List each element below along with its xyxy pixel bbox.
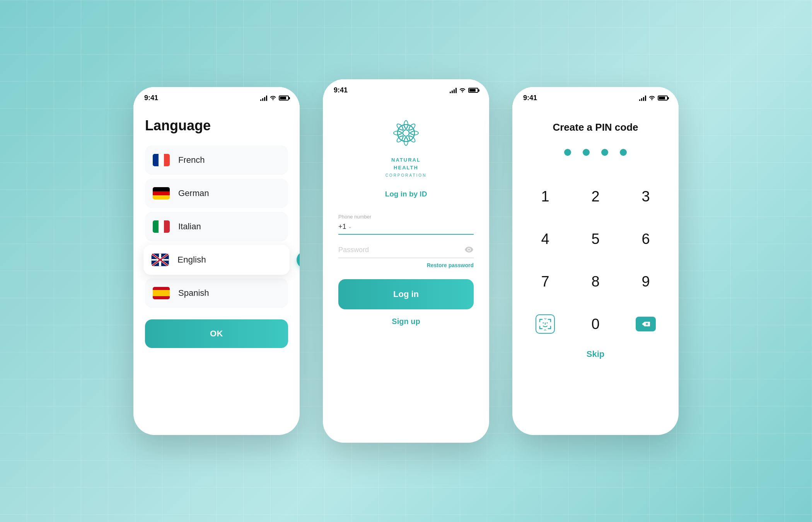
phone-input-row: +1 ⌄ — [338, 223, 474, 235]
signal-icon-3 — [639, 96, 646, 101]
check-icon — [297, 252, 300, 268]
num-btn-5[interactable]: 5 — [574, 222, 617, 256]
num-btn-4[interactable]: 4 — [524, 222, 566, 256]
wifi-icon-2 — [459, 87, 466, 94]
lang-item-french[interactable]: French — [145, 145, 288, 175]
lang-name-english: English — [177, 255, 281, 265]
signal-icon-2 — [450, 88, 457, 93]
pin-dots — [564, 149, 627, 156]
wifi-icon-3 — [648, 95, 655, 101]
status-bar-3: 9:41 — [512, 87, 679, 106]
language-title: Language — [145, 118, 288, 134]
logo-text: NATURAL HEALTH CORPORATION — [386, 156, 427, 179]
pin-title: Create a PIN code — [553, 121, 638, 133]
signup-link[interactable]: Sign up — [392, 317, 420, 326]
lang-item-german[interactable]: German — [145, 179, 288, 208]
chevron-down-icon: ⌄ — [348, 224, 352, 229]
phone-language: 9:41 Language — [133, 87, 300, 435]
lang-name-german: German — [178, 188, 280, 198]
logo-container: NATURAL HEALTH CORPORATION — [386, 114, 427, 179]
face-id-button[interactable] — [524, 307, 566, 341]
ok-button[interactable]: OK — [145, 319, 288, 348]
lang-item-english[interactable]: English — [143, 245, 289, 275]
flag-es — [153, 287, 170, 299]
phone-label: Phone number — [338, 214, 474, 220]
svg-point-1 — [403, 130, 409, 136]
num-btn-8[interactable]: 8 — [574, 264, 617, 299]
num-btn-7[interactable]: 7 — [524, 264, 566, 299]
pin-dot-4 — [620, 149, 627, 156]
status-time-3: 9:41 — [523, 94, 537, 102]
phone-login: 9:41 — [323, 79, 489, 443]
battery-icon-3 — [658, 96, 668, 101]
wifi-icon-1 — [270, 95, 276, 101]
login-screen: NATURAL HEALTH CORPORATION Log in by ID … — [323, 98, 489, 341]
status-time-1: 9:41 — [144, 94, 158, 102]
battery-icon-2 — [468, 88, 478, 93]
status-icons-2 — [450, 87, 478, 94]
num-btn-1[interactable]: 1 — [524, 179, 566, 214]
eye-icon[interactable] — [464, 246, 474, 254]
password-placeholder: Password — [338, 246, 464, 254]
restore-password-link[interactable]: Restore password — [338, 262, 474, 268]
delete-btn-container — [624, 307, 667, 341]
svg-point-0 — [397, 125, 415, 142]
status-icons-3 — [639, 95, 668, 101]
num-btn-2[interactable]: 2 — [574, 179, 617, 214]
battery-icon-1 — [279, 96, 289, 101]
status-bar-1: 9:41 — [133, 87, 300, 106]
flag-de — [153, 187, 170, 200]
num-btn-0[interactable]: 0 — [574, 307, 617, 341]
flag-it — [153, 220, 170, 233]
login-by-id-link[interactable]: Log in by ID — [385, 190, 427, 198]
signal-icon-1 — [260, 96, 267, 101]
pin-dot-2 — [583, 149, 590, 156]
pin-screen: Create a PIN code 1 2 3 4 5 6 7 8 9 — [512, 106, 679, 371]
svg-point-18 — [543, 322, 544, 324]
flag-uk — [152, 254, 169, 266]
password-row: Password — [338, 246, 474, 258]
country-code-selector[interactable]: +1 ⌄ — [338, 223, 352, 231]
num-btn-9[interactable]: 9 — [624, 264, 667, 299]
password-input-group: Password Restore password — [338, 246, 474, 268]
num-btn-6[interactable]: 6 — [624, 222, 667, 256]
delete-button[interactable] — [636, 317, 656, 331]
login-button[interactable]: Log in — [338, 279, 474, 309]
lang-name-italian: Italian — [178, 222, 280, 232]
num-btn-3[interactable]: 3 — [624, 179, 667, 214]
svg-point-19 — [547, 322, 548, 324]
lang-item-italian[interactable]: Italian — [145, 212, 288, 241]
pin-dot-1 — [564, 149, 571, 156]
phone-pin: 9:41 Create a PIN code — [512, 87, 679, 435]
pin-dot-3 — [601, 149, 608, 156]
status-icons-1 — [260, 95, 289, 101]
lang-item-spanish[interactable]: Spanish — [145, 278, 288, 308]
skip-link[interactable]: Skip — [587, 349, 604, 359]
lang-name-french: French — [178, 155, 280, 165]
language-list: French German Italian — [145, 145, 288, 312]
status-bar-2: 9:41 — [323, 79, 489, 98]
face-id-icon — [536, 314, 555, 334]
logo-icon — [387, 114, 425, 152]
lang-name-spanish: Spanish — [178, 288, 280, 298]
phone-text-input[interactable] — [357, 223, 474, 231]
flag-fr — [153, 154, 170, 166]
language-screen: Language French German — [133, 106, 300, 360]
status-time-2: 9:41 — [334, 86, 348, 94]
numpad: 1 2 3 4 5 6 7 8 9 — [524, 179, 667, 341]
phone-input-group: Phone number +1 ⌄ — [338, 214, 474, 235]
